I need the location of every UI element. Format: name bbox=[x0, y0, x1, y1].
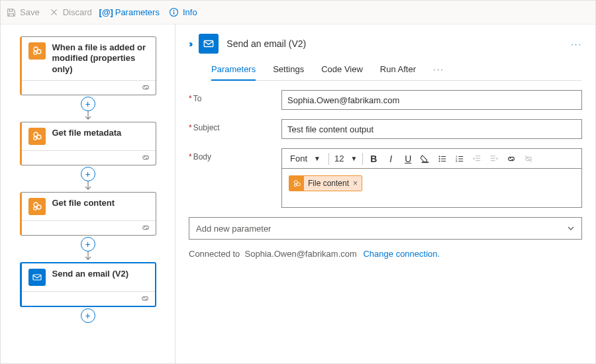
body-label: *Body bbox=[189, 148, 281, 161]
tab-more-button[interactable]: ··· bbox=[433, 60, 444, 80]
to-input[interactable] bbox=[281, 90, 582, 110]
link-icon bbox=[141, 223, 150, 232]
save-label: Save bbox=[20, 7, 40, 17]
parameters-icon: [@] bbox=[101, 7, 111, 17]
add-step-button[interactable]: + bbox=[81, 237, 95, 251]
add-parameter-label: Add new parameter bbox=[196, 224, 271, 234]
tab-parameters[interactable]: Parameters bbox=[211, 60, 256, 81]
action-card-metadata[interactable]: Get file metadata bbox=[20, 122, 156, 165]
collapse-panel-button[interactable]: ›› bbox=[189, 38, 191, 49]
svg-point-22 bbox=[297, 182, 300, 185]
arrow-down-icon bbox=[84, 251, 92, 261]
subject-input[interactable] bbox=[281, 119, 582, 139]
action-panel: ›› Send an email (V2) ··· Parameters Set… bbox=[175, 24, 595, 363]
add-step-button[interactable]: + bbox=[81, 167, 95, 181]
arrow-down-icon bbox=[84, 181, 92, 191]
fontsize-select[interactable]: 12▼ bbox=[332, 152, 360, 166]
outdent-button[interactable] bbox=[469, 152, 485, 166]
parameters-label: Parameters bbox=[115, 7, 160, 17]
link-icon bbox=[140, 294, 150, 303]
connection-account: Sophia.Owen@fabrikam.com bbox=[245, 249, 357, 259]
svg-rect-2 bbox=[174, 12, 174, 15]
discard-label: Discard bbox=[63, 7, 92, 17]
action-title: Get file content bbox=[52, 198, 115, 208]
svg-rect-13 bbox=[205, 41, 214, 47]
token-label: File content bbox=[308, 179, 349, 188]
sharepoint-icon bbox=[28, 198, 46, 215]
chevron-down-icon bbox=[567, 224, 575, 232]
command-bar: Save Discard [@] Parameters Info bbox=[1, 1, 595, 24]
action-title: Send an email (V2) bbox=[52, 269, 129, 279]
outlook-icon bbox=[28, 269, 46, 286]
tab-runafter[interactable]: Run After bbox=[380, 60, 416, 80]
trigger-card[interactable]: When a file is added or modified (proper… bbox=[20, 36, 156, 95]
svg-point-4 bbox=[37, 50, 41, 54]
info-icon bbox=[169, 7, 179, 17]
connection-info: Connected to Sophia.Owen@fabrikam.com Ch… bbox=[189, 249, 582, 259]
panel-more-button[interactable]: ··· bbox=[571, 39, 582, 49]
info-label: Info bbox=[183, 7, 197, 17]
indent-button[interactable] bbox=[486, 152, 502, 166]
add-step-button[interactable]: + bbox=[81, 308, 95, 323]
save-button[interactable]: Save bbox=[6, 7, 40, 17]
tab-settings[interactable]: Settings bbox=[273, 60, 304, 80]
svg-point-8 bbox=[33, 136, 36, 140]
parameters-button[interactable]: [@] Parameters bbox=[101, 7, 160, 17]
svg-point-11 bbox=[33, 206, 36, 210]
italic-button[interactable]: I bbox=[383, 152, 399, 166]
body-editor[interactable]: File content × bbox=[281, 168, 582, 208]
svg-point-17 bbox=[439, 160, 440, 161]
save-icon bbox=[6, 7, 16, 17]
svg-rect-12 bbox=[33, 275, 41, 280]
underline-button[interactable]: U bbox=[400, 152, 416, 166]
x-icon bbox=[49, 7, 59, 17]
dynamic-content-token[interactable]: File content × bbox=[289, 175, 362, 191]
bold-button[interactable]: B bbox=[366, 152, 381, 166]
svg-point-23 bbox=[294, 184, 297, 187]
chevron-down-icon: ▼ bbox=[350, 155, 357, 162]
to-label: *To bbox=[189, 90, 281, 103]
fontcolor-button[interactable] bbox=[417, 152, 433, 166]
svg-text:3: 3 bbox=[456, 159, 458, 163]
outlook-icon bbox=[199, 34, 219, 54]
action-card-email[interactable]: Send an email (V2) bbox=[20, 262, 156, 307]
tab-codeview[interactable]: Code View bbox=[321, 60, 363, 80]
sharepoint-icon bbox=[289, 176, 304, 191]
unlink-button[interactable] bbox=[521, 152, 536, 166]
svg-point-7 bbox=[37, 135, 41, 139]
discard-button[interactable]: Discard bbox=[49, 7, 92, 17]
panel-tabs: Parameters Settings Code View Run After … bbox=[211, 60, 582, 81]
sharepoint-icon bbox=[28, 42, 46, 60]
arrow-down-icon bbox=[84, 111, 92, 120]
add-step-button[interactable]: + bbox=[81, 97, 95, 111]
svg-rect-14 bbox=[422, 161, 429, 163]
svg-point-15 bbox=[439, 156, 440, 157]
link-icon bbox=[141, 83, 150, 92]
svg-point-5 bbox=[33, 52, 36, 55]
bullets-button[interactable] bbox=[434, 152, 450, 166]
numbered-button[interactable]: 123 bbox=[452, 152, 468, 166]
add-parameter-dropdown[interactable]: Add new parameter bbox=[189, 217, 582, 240]
svg-point-16 bbox=[439, 158, 440, 159]
trigger-title: When a file is added or modified (proper… bbox=[52, 42, 149, 75]
font-select[interactable]: Font▼ bbox=[285, 152, 326, 166]
action-card-content[interactable]: Get file content bbox=[20, 192, 156, 236]
svg-point-1 bbox=[174, 10, 175, 11]
change-connection-link[interactable]: Change connection. bbox=[363, 249, 440, 259]
link-icon bbox=[141, 153, 150, 162]
svg-point-10 bbox=[37, 205, 41, 209]
chevron-down-icon: ▼ bbox=[314, 155, 321, 162]
action-title: Get file metadata bbox=[52, 128, 122, 138]
token-remove-button[interactable]: × bbox=[349, 179, 362, 188]
panel-title: Send an email (V2) bbox=[226, 38, 306, 49]
richtext-toolbar: Font▼ 12▼ B I U bbox=[281, 148, 582, 168]
link-button[interactable] bbox=[503, 152, 519, 166]
sharepoint-icon bbox=[28, 128, 46, 145]
subject-label: *Subject bbox=[189, 119, 281, 132]
flow-canvas: When a file is added or modified (proper… bbox=[1, 24, 175, 363]
info-button[interactable]: Info bbox=[169, 7, 197, 17]
